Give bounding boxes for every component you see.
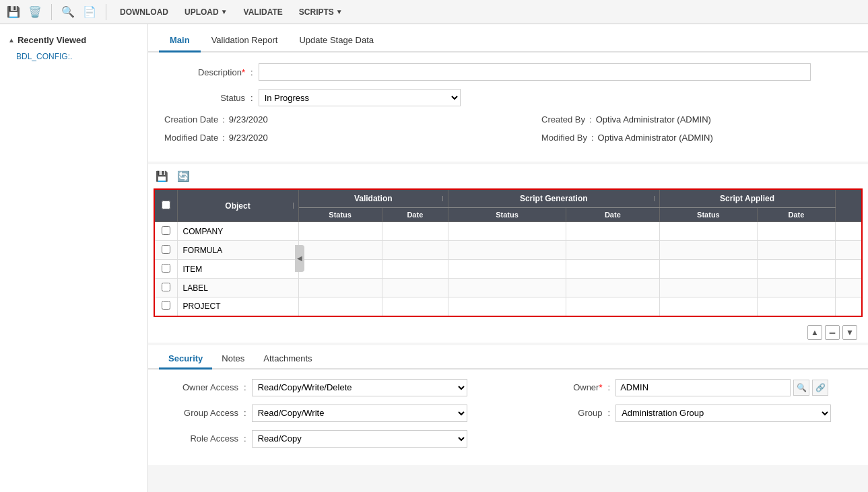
move-buttons-bar: ▲ ═ ▼ bbox=[148, 322, 868, 343]
colon-status: : bbox=[251, 93, 253, 103]
data-table: Object Validation Scri bbox=[154, 188, 863, 317]
main-toolbar: 💾 🗑️ 🔍 📄 DOWNLOAD UPLOAD ▼ VALIDATE SCRI… bbox=[0, 0, 868, 24]
table-header-script-generation: Script Generation bbox=[448, 189, 659, 208]
row-object-name: COMPANY bbox=[177, 222, 298, 241]
group-access-select[interactable]: Read/Copy/Write bbox=[252, 405, 467, 422]
modified-by-colon: : bbox=[591, 133, 594, 143]
row-scriptgen-status bbox=[448, 260, 566, 279]
row-extra bbox=[835, 241, 862, 260]
owner-link-button[interactable]: 🔗 bbox=[812, 380, 828, 396]
description-input[interactable] bbox=[259, 63, 811, 81]
row-extra bbox=[835, 297, 862, 316]
tab-main[interactable]: Main bbox=[159, 30, 201, 52]
row-scriptgen-status bbox=[448, 222, 566, 241]
move-down-button[interactable]: ▼ bbox=[842, 325, 857, 340]
search-icon[interactable]: 🔍 bbox=[60, 4, 76, 20]
row-checkbox-cell[interactable] bbox=[154, 279, 177, 297]
select-all-checkbox[interactable] bbox=[162, 201, 170, 209]
created-by-colon: : bbox=[589, 114, 592, 125]
validate-button[interactable]: VALIDATE bbox=[238, 6, 288, 18]
owner-input[interactable] bbox=[615, 379, 791, 396]
row-checkbox-cell[interactable] bbox=[154, 222, 177, 241]
created-by-value: Optiva Administrator (ADMIN) bbox=[596, 114, 711, 125]
group-colon: : bbox=[608, 408, 611, 418]
owner-search-button[interactable]: 🔍 bbox=[793, 380, 809, 396]
row-object-name: PROJECT bbox=[177, 297, 298, 316]
validation-date-header: Date bbox=[382, 208, 448, 222]
modified-by-item: Modified By : Optiva Administrator (ADMI… bbox=[541, 133, 743, 143]
table-header-checkbox[interactable] bbox=[154, 189, 177, 222]
role-access-colon: : bbox=[244, 433, 246, 444]
move-equal-button[interactable]: ═ bbox=[825, 325, 840, 340]
tab-update-stage-data[interactable]: Update Stage Data bbox=[288, 30, 385, 52]
table-save-icon[interactable]: 💾 bbox=[154, 168, 170, 184]
delete-icon[interactable]: 🗑️ bbox=[27, 4, 43, 20]
main-layout: ▲ Recently Viewed BDL_CONFIG:. ◀ Main Va… bbox=[0, 24, 868, 492]
created-by-item: Created By : Optiva Administrator (ADMIN… bbox=[541, 114, 743, 125]
created-by-label: Created By bbox=[541, 114, 585, 125]
row-checkbox-cell[interactable] bbox=[154, 297, 177, 316]
tab-attachments[interactable]: Attachments bbox=[254, 349, 321, 370]
row-scriptgen-date bbox=[566, 222, 659, 241]
recently-viewed-arrow-icon: ▲ bbox=[8, 36, 15, 44]
row-scriptapp-date bbox=[758, 260, 835, 279]
toolbar-divider-2 bbox=[106, 4, 106, 20]
row-scriptapp-date bbox=[758, 279, 835, 297]
dates-row: Creation Date : 9/23/2020 Created By : O… bbox=[164, 114, 852, 125]
move-up-button[interactable]: ▲ bbox=[807, 325, 822, 340]
row-scriptapp-date bbox=[758, 222, 835, 241]
status-select[interactable]: In Progress bbox=[259, 89, 461, 106]
row-object-name: LABEL bbox=[177, 279, 298, 297]
group-select[interactable]: Administration Group bbox=[615, 405, 831, 422]
sidebar-collapse-handle[interactable]: ◀ bbox=[295, 245, 304, 272]
row-scriptapp-status bbox=[659, 222, 758, 241]
description-row: Description* : bbox=[164, 63, 852, 81]
save-icon[interactable]: 💾 bbox=[5, 4, 22, 20]
modified-by-label: Modified By bbox=[541, 133, 587, 143]
owner-access-colon: : bbox=[244, 382, 246, 392]
table-row: LABEL bbox=[154, 279, 862, 297]
modified-by-value: Optiva Administrator (ADMIN) bbox=[598, 133, 713, 143]
upload-label: UPLOAD bbox=[185, 7, 219, 17]
owner-row: Owner* : 🔍 🔗 bbox=[529, 379, 853, 396]
sidebar-link-bdl-config[interactable]: BDL_CONFIG:. bbox=[0, 49, 147, 64]
row-validation-status bbox=[298, 241, 382, 260]
row-scriptapp-status bbox=[659, 241, 758, 260]
row-checkbox[interactable] bbox=[162, 226, 170, 235]
row-checkbox[interactable] bbox=[162, 301, 170, 310]
tab-notes[interactable]: Notes bbox=[212, 349, 254, 370]
col-divider bbox=[293, 203, 294, 208]
validation-status-header: Status bbox=[298, 208, 382, 222]
table-toolbar: 💾 🔄 bbox=[148, 164, 868, 188]
status-row: Status : In Progress bbox=[164, 89, 852, 106]
owner-access-select[interactable]: Read/Copy/Write/Delete bbox=[252, 379, 467, 396]
group-access-label: Group Access bbox=[164, 408, 238, 418]
scripts-button[interactable]: SCRIPTS ▼ bbox=[294, 6, 348, 18]
table-row: COMPANY bbox=[154, 222, 862, 241]
tab-security[interactable]: Security bbox=[159, 349, 212, 370]
role-access-select[interactable]: Read/Copy bbox=[252, 430, 467, 448]
row-checkbox[interactable] bbox=[162, 283, 170, 291]
row-validation-date bbox=[382, 279, 448, 297]
table-refresh-icon[interactable]: 🔄 bbox=[175, 168, 191, 184]
row-checkbox-cell[interactable] bbox=[154, 260, 177, 279]
recently-viewed-section: ▲ Recently Viewed bbox=[0, 31, 147, 49]
row-checkbox-cell[interactable] bbox=[154, 241, 177, 260]
recently-viewed-label: Recently Viewed bbox=[18, 35, 86, 45]
row-validation-status bbox=[298, 279, 382, 297]
row-extra bbox=[835, 279, 862, 297]
modified-row: Modified Date : 9/23/2020 Modified By : … bbox=[164, 133, 852, 143]
export-icon[interactable]: 📄 bbox=[81, 4, 98, 20]
colon-description: : bbox=[251, 67, 253, 77]
scripts-label: SCRIPTS bbox=[299, 7, 334, 17]
upload-button[interactable]: UPLOAD ▼ bbox=[179, 6, 233, 18]
tab-validation-report[interactable]: Validation Report bbox=[201, 30, 289, 52]
download-button[interactable]: DOWNLOAD bbox=[114, 6, 174, 18]
scriptgen-date-header: Date bbox=[566, 208, 659, 222]
script-gen-divider bbox=[654, 196, 655, 201]
modified-date-colon: : bbox=[222, 133, 225, 143]
row-checkbox[interactable] bbox=[162, 264, 170, 273]
toolbar-divider-1 bbox=[51, 4, 52, 20]
row-scriptapp-status bbox=[659, 297, 758, 316]
row-checkbox[interactable] bbox=[162, 245, 170, 254]
